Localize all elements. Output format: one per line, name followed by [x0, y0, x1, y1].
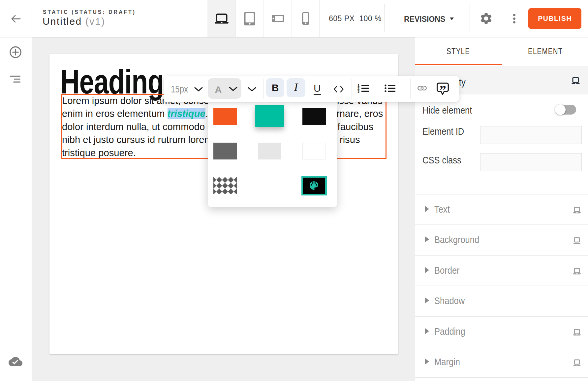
- svg-text:”: ”: [440, 83, 447, 95]
- svg-text:3: 3: [357, 89, 359, 93]
